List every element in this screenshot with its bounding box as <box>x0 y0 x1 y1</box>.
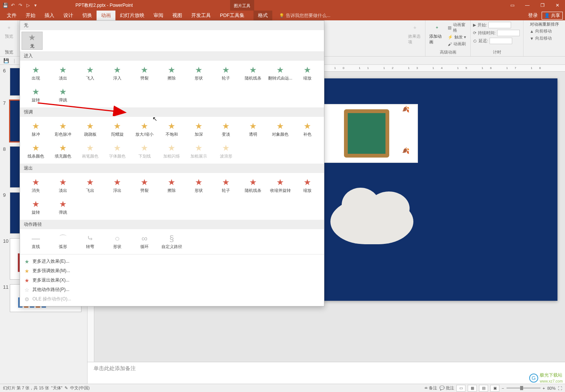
anim-item[interactable]: ★透明 <box>240 118 267 140</box>
anim-item[interactable]: ★浮入 <box>104 62 131 84</box>
anim-item[interactable]: ⤷转弯 <box>77 231 104 253</box>
spellcheck-icon[interactable]: ✎ <box>64 386 68 390</box>
anim-item[interactable]: ★飞出 <box>77 175 104 196</box>
anim-item[interactable]: ★旋转 <box>22 84 49 106</box>
qat-save-icon[interactable]: 💾 <box>2 2 8 8</box>
tab-file[interactable]: 文件 <box>2 11 21 21</box>
tab-format[interactable]: 格式 <box>253 11 272 21</box>
anim-item[interactable]: ★淡出 <box>49 175 77 196</box>
anim-item[interactable]: ★劈裂 <box>131 62 158 84</box>
duration-input[interactable] <box>497 30 520 36</box>
effect-options-button[interactable]: ★ 效果选项 <box>407 21 423 46</box>
anim-item[interactable]: ★轮子 <box>212 62 240 84</box>
zoom-in-button[interactable]: + <box>543 386 545 390</box>
anim-none[interactable]: ★ 无 <box>21 32 43 50</box>
anim-item[interactable]: ★变淡 <box>212 118 240 140</box>
move-later-button[interactable]: ▼ 向后移动 <box>530 35 552 41</box>
anim-item[interactable]: ★出现 <box>22 62 49 84</box>
anim-item[interactable]: ★翻转式由远... <box>267 62 294 84</box>
anim-item[interactable]: ★形状 <box>185 62 212 84</box>
anim-item[interactable]: ★陀螺旋 <box>104 118 131 140</box>
share-button[interactable]: 👤 共享 <box>542 12 563 20</box>
more-exit[interactable]: ★更多退出效果(X)... <box>24 276 320 285</box>
anim-item[interactable]: ★波浪形 <box>212 140 240 162</box>
restore-icon[interactable]: ❐ <box>535 0 550 11</box>
anim-item[interactable]: ★下划线 <box>131 140 158 162</box>
anim-item[interactable]: ⌒弧形 <box>49 231 77 253</box>
cloud-shape[interactable] <box>330 199 413 244</box>
anim-item[interactable]: ★对象颜色 <box>267 118 294 140</box>
delay-input[interactable] <box>490 38 512 44</box>
slide-picture[interactable]: 🍁 🍂 🍁 🍂 <box>315 104 418 163</box>
anim-item[interactable]: ★不饱和 <box>158 118 185 140</box>
anim-item[interactable]: ★加粗展示 <box>185 140 212 162</box>
anim-item[interactable]: ★缩放 <box>294 175 321 196</box>
reading-view-icon[interactable]: ▤ <box>479 385 488 392</box>
move-earlier-button[interactable]: ▲ 向前移动 <box>530 28 552 34</box>
anim-item[interactable]: ★加深 <box>185 118 212 140</box>
anim-item[interactable]: ★加粗闪烁 <box>158 140 185 162</box>
anim-item[interactable]: ★随机线条 <box>240 62 267 84</box>
save-icon[interactable]: 💾 <box>3 58 9 64</box>
add-animation-button[interactable]: ✦ 添加动画 <box>428 21 446 47</box>
anim-item[interactable]: §自定义路径 <box>158 231 185 253</box>
anim-item[interactable]: ★飞入 <box>77 62 104 84</box>
anim-item[interactable]: ★画笔颜色 <box>77 140 104 162</box>
anim-item[interactable]: ★填充颜色 <box>49 140 77 162</box>
comments-toggle[interactable]: 💬 批注 <box>439 385 454 391</box>
tab-review[interactable]: 审阅 <box>149 11 168 21</box>
start-input[interactable] <box>488 22 511 28</box>
preview-button[interactable]: ★ 预览 <box>2 21 16 40</box>
zoom-out-button[interactable]: − <box>502 386 504 390</box>
qat-start-icon[interactable]: ▷ <box>25 2 31 8</box>
slideshow-view-icon[interactable]: ▣ <box>490 385 499 392</box>
tab-view[interactable]: 视图 <box>168 11 187 21</box>
anim-item[interactable]: ★擦除 <box>158 175 185 196</box>
anim-item[interactable]: ★弹跳 <box>49 196 77 218</box>
anim-item[interactable]: ★擦除 <box>158 62 185 84</box>
normal-view-icon[interactable]: ▭ <box>456 385 465 392</box>
animation-pane-button[interactable]: ▥动画窗格 <box>448 21 468 34</box>
language-indicator[interactable]: 中文(中国) <box>70 385 89 391</box>
anim-item[interactable]: ★线条颜色 <box>22 140 49 162</box>
qat-more-icon[interactable]: ▾ <box>32 2 38 8</box>
anim-item[interactable]: ★跷跷板 <box>77 118 104 140</box>
anim-item[interactable]: ★缩放 <box>294 62 321 84</box>
tab-insert[interactable]: 插入 <box>40 11 59 21</box>
zoom-slider[interactable] <box>507 387 540 389</box>
fit-window-button[interactable]: ⛶ <box>558 386 562 390</box>
trigger-button[interactable]: ⚡触发 ▾ <box>448 34 468 40</box>
anim-item[interactable]: —直线 <box>22 231 49 253</box>
notes-toggle[interactable]: ≐ 备注 <box>424 385 437 391</box>
more-emphasis[interactable]: ★更多强调效果(M)... <box>24 266 320 276</box>
more-motion[interactable]: ☆其他动作路径(P)... <box>24 285 320 294</box>
minimize-icon[interactable]: — <box>520 0 535 11</box>
anim-item[interactable]: ★轮子 <box>212 175 240 196</box>
tab-developer[interactable]: 开发工具 <box>187 11 215 21</box>
tab-home[interactable]: 开始 <box>21 11 40 21</box>
anim-item[interactable]: ★旋转 <box>22 196 49 218</box>
anim-item[interactable]: ★彩色脉冲 <box>49 118 77 140</box>
tab-design[interactable]: 设计 <box>59 11 78 21</box>
zoom-level[interactable]: 80% <box>547 386 556 390</box>
anim-item[interactable]: ★脉冲 <box>22 118 49 140</box>
anim-item[interactable]: ○形状 <box>104 231 131 253</box>
ribbon-display-options-icon[interactable]: ▭ <box>505 0 520 11</box>
anim-item[interactable]: ★字体颜色 <box>104 140 131 162</box>
notes-pane[interactable]: 单击此处添加备注 <box>88 362 565 384</box>
anim-item[interactable]: ★补色 <box>294 118 321 140</box>
anim-item[interactable]: ★随机线条 <box>240 175 267 196</box>
qat-undo-icon[interactable]: ↶ <box>10 2 16 8</box>
anim-item[interactable]: ★放大/缩小 <box>131 118 158 140</box>
more-entrance[interactable]: ★更多进入效果(E)... <box>24 257 320 266</box>
tab-transitions[interactable]: 切换 <box>78 11 97 21</box>
close-icon[interactable]: ✕ <box>550 0 565 11</box>
anim-item[interactable]: ★消失 <box>22 175 49 196</box>
anim-item[interactable]: ★收缩并旋转 <box>267 175 294 196</box>
qat-redo-icon[interactable]: ↷ <box>17 2 23 8</box>
anim-item[interactable]: ★劈裂 <box>131 175 158 196</box>
anim-item[interactable]: ★弹跳 <box>49 84 77 106</box>
tab-pdf[interactable]: PDF工具集 <box>215 11 249 21</box>
tab-animations[interactable]: 动画 <box>97 11 115 21</box>
anim-item[interactable]: ★淡出 <box>49 62 77 84</box>
